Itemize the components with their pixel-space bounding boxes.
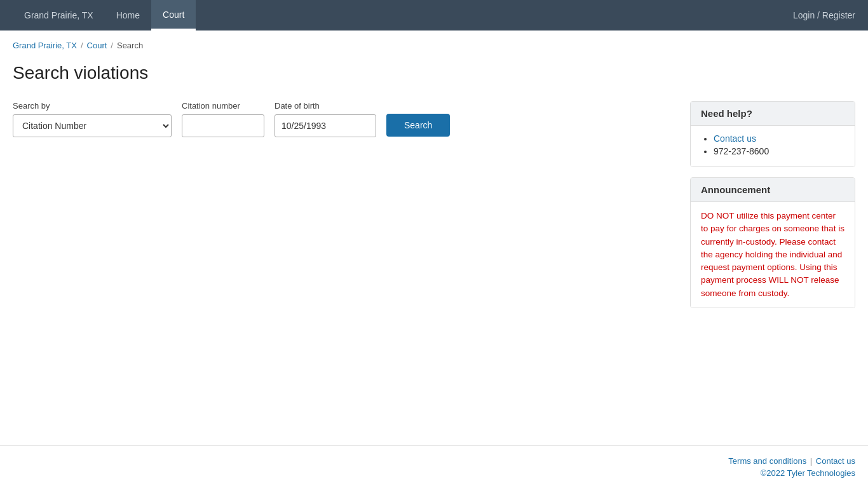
date-of-birth-group: Date of birth bbox=[275, 101, 376, 137]
nav-item-court[interactable]: Court bbox=[151, 0, 196, 30]
date-of-birth-label: Date of birth bbox=[275, 101, 376, 111]
breadcrumb-sep-1: / bbox=[81, 41, 83, 50]
nav-item-grandprairie[interactable]: Grand Prairie, TX bbox=[13, 0, 105, 30]
help-contact-item: Contact us bbox=[714, 133, 844, 144]
login-register-link[interactable]: Login / Register bbox=[793, 10, 855, 20]
citation-number-input[interactable] bbox=[182, 114, 264, 137]
form-row: Search by Citation Number Name License P… bbox=[13, 101, 675, 137]
search-by-label: Search by bbox=[13, 101, 172, 111]
announcement-panel: Announcement DO NOT utilize this payment… bbox=[690, 177, 855, 308]
terms-link[interactable]: Terms and conditions bbox=[728, 456, 806, 466]
sidebar: Need help? Contact us 972-237-8600 Annou… bbox=[690, 101, 855, 308]
footer-links: Terms and conditions | Contact us bbox=[13, 456, 855, 466]
footer-contact-link[interactable]: Contact us bbox=[816, 456, 855, 466]
breadcrumb-sep-2: / bbox=[111, 41, 113, 50]
footer-copyright: ©2022 Tyler Technologies bbox=[13, 468, 855, 478]
search-by-select[interactable]: Citation Number Name License Plate bbox=[13, 114, 172, 137]
content-area: Search by Citation Number Name License P… bbox=[13, 101, 855, 308]
help-panel-body: Contact us 972-237-8600 bbox=[691, 126, 855, 166]
contact-us-link[interactable]: Contact us bbox=[714, 133, 756, 144]
search-form: Search by Citation Number Name License P… bbox=[13, 101, 675, 137]
breadcrumb-current: Search bbox=[117, 41, 143, 50]
search-by-group: Search by Citation Number Name License P… bbox=[13, 101, 172, 137]
help-panel: Need help? Contact us 972-237-8600 bbox=[690, 101, 855, 167]
navbar: Grand Prairie, TX Home Court Login / Reg… bbox=[0, 0, 868, 30]
announcement-text: DO NOT utilize this payment center to pa… bbox=[701, 210, 844, 300]
announcement-panel-body: DO NOT utilize this payment center to pa… bbox=[691, 202, 855, 308]
page-title: Search violations bbox=[13, 63, 855, 83]
nav-left: Grand Prairie, TX Home Court bbox=[13, 0, 196, 30]
footer: Terms and conditions | Contact us ©2022 … bbox=[0, 445, 868, 488]
breadcrumb-grandprairie[interactable]: Grand Prairie, TX bbox=[13, 41, 77, 50]
citation-number-label: Citation number bbox=[182, 101, 264, 111]
nav-item-home[interactable]: Home bbox=[105, 0, 151, 30]
help-phone-item: 972-237-8600 bbox=[714, 146, 844, 156]
announcement-panel-header: Announcement bbox=[691, 178, 855, 202]
footer-separator: | bbox=[810, 456, 812, 466]
breadcrumb-court[interactable]: Court bbox=[87, 41, 107, 50]
help-panel-header: Need help? bbox=[691, 102, 855, 126]
date-of-birth-input[interactable] bbox=[275, 114, 376, 137]
search-button[interactable]: Search bbox=[386, 114, 450, 137]
breadcrumb: Grand Prairie, TX / Court / Search bbox=[0, 30, 868, 50]
citation-number-group: Citation number bbox=[182, 101, 264, 137]
main-content: Search violations Search by Citation Num… bbox=[0, 50, 868, 445]
